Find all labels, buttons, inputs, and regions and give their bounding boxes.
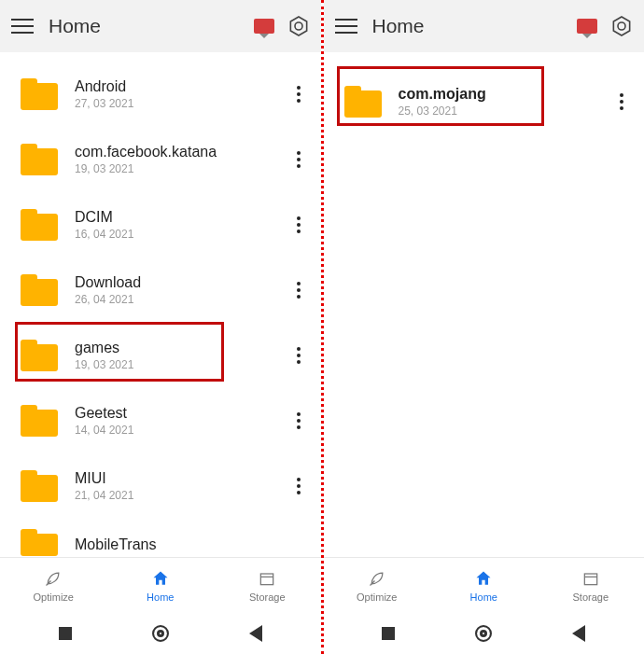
svg-point-5 [618,22,625,30]
folder-row[interactable]: MIUI 21, 04 2021 [0,453,321,519]
system-nav [324,613,645,654]
folder-row[interactable]: com.facebook.katana 19, 03 2021 [0,127,321,192]
home-icon [151,568,170,589]
folder-name: com.mojang [399,86,611,103]
folder-name: DCIM [75,209,287,226]
nav-label: Optimize [357,591,397,603]
folder-date: 14, 04 2021 [75,424,287,437]
more-icon[interactable] [287,470,310,502]
file-list[interactable]: com.mojang 25, 03 2021 [324,52,645,557]
home-button[interactable] [475,625,492,642]
folder-icon [21,209,58,241]
folder-icon [21,144,58,175]
folder-icon [21,529,58,557]
folder-name: MobileTrans [75,536,310,553]
svg-marker-4 [613,17,629,35]
folder-row[interactable]: Android 27, 03 2021 [0,62,321,127]
nav-storage[interactable]: Storage [214,558,321,613]
nav-label: Storage [249,591,286,603]
folder-row[interactable]: Download 26, 04 2021 [0,257,321,323]
svg-rect-6 [584,574,596,585]
folder-icon [21,274,58,306]
more-icon[interactable] [287,209,310,241]
left-pane: Home Android 27, 03 2021 [0,0,321,654]
more-icon[interactable] [610,86,633,118]
settings-icon[interactable] [610,15,633,37]
folder-date: 25, 03 2021 [399,104,611,118]
folder-name: Android [75,78,287,95]
system-nav [0,613,321,654]
nav-label: Storage [572,591,609,603]
more-icon[interactable] [287,340,310,371]
nav-optimize[interactable]: Optimize [0,558,107,613]
recents-button[interactable] [59,627,72,640]
storage-icon [258,568,276,589]
folder-date: 16, 04 2021 [75,228,287,241]
folder-name: com.facebook.katana [75,144,287,160]
back-button[interactable] [249,625,262,642]
folder-row[interactable]: DCIM 16, 04 2021 [0,192,321,257]
bottom-nav: Optimize Home Storage [324,557,645,613]
more-icon[interactable] [287,144,310,175]
folder-icon [344,86,382,118]
folder-row[interactable]: Geetest 14, 04 2021 [0,388,321,453]
nav-label: Home [470,591,497,603]
more-icon[interactable] [287,274,310,306]
home-icon [474,568,493,589]
folder-name: MIUI [75,470,287,487]
folder-icon [21,405,58,437]
page-title: Home [372,15,563,37]
screencast-icon[interactable] [577,19,597,34]
screencast-icon[interactable] [254,19,274,34]
page-title: Home [49,15,239,37]
folder-date: 27, 03 2021 [75,97,287,110]
rocket-icon [368,568,386,589]
right-pane: Home com.mojang 25, 03 2021 [324,0,645,654]
folder-icon [21,340,58,371]
folder-name: Geetest [75,405,287,422]
folder-row-games[interactable]: games 19, 03 2021 [0,323,321,388]
back-button[interactable] [572,625,585,642]
folder-date: 19, 03 2021 [75,162,287,175]
svg-rect-2 [261,574,273,585]
storage-icon [581,568,600,589]
rocket-icon [44,568,63,589]
bottom-nav: Optimize Home Storage [0,557,321,613]
file-list[interactable]: Android 27, 03 2021 com.facebook.katana … [0,52,321,557]
svg-marker-0 [290,17,306,35]
nav-optimize[interactable]: Optimize [324,558,431,613]
folder-row-mojang[interactable]: com.mojang 25, 03 2021 [324,69,645,134]
topbar: Home [0,0,321,52]
folder-icon [21,78,58,110]
svg-point-1 [295,22,302,30]
folder-date: 19, 03 2021 [75,358,287,371]
topbar: Home [324,0,645,52]
nav-home[interactable]: Home [107,558,215,613]
folder-icon [21,470,58,502]
more-icon[interactable] [287,405,310,437]
menu-icon[interactable] [335,15,357,37]
folder-row[interactable]: MobileTrans [0,519,321,557]
folder-date: 21, 04 2021 [75,489,287,502]
nav-home[interactable]: Home [430,558,538,613]
recents-button[interactable] [382,627,395,640]
home-button[interactable] [152,625,169,642]
nav-label: Optimize [34,591,74,603]
more-icon[interactable] [287,78,310,110]
folder-name: games [75,340,287,356]
nav-label: Home [147,591,174,603]
nav-storage[interactable]: Storage [538,558,645,613]
folder-name: Download [75,274,287,291]
settings-icon[interactable] [287,15,310,37]
folder-date: 26, 04 2021 [75,293,287,306]
menu-icon[interactable] [11,15,34,37]
